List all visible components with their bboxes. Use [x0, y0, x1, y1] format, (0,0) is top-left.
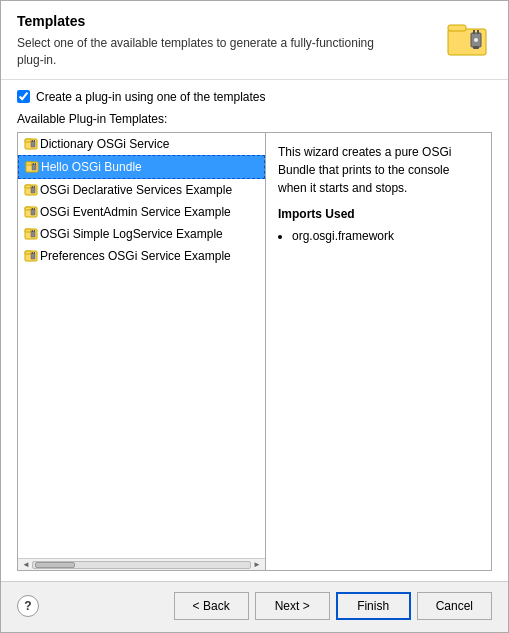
template-item[interactable]: OSGi EventAdmin Service Example — [18, 201, 265, 223]
template-icon — [24, 226, 40, 242]
footer-left: ? — [17, 595, 39, 617]
svg-rect-11 — [34, 140, 35, 142]
footer-buttons: < Back Next > Finish Cancel — [174, 592, 492, 620]
template-label: OSGi Simple LogService Example — [40, 227, 223, 241]
import-item: org.osgi.framework — [292, 227, 479, 245]
template-label: Hello OSGi Bundle — [41, 160, 142, 174]
template-icon — [24, 136, 40, 152]
template-item[interactable]: Preferences OSGi Service Example — [18, 245, 265, 267]
template-icon — [24, 204, 40, 220]
body: Create a plug-in using one of the templa… — [1, 80, 508, 581]
svg-rect-18 — [25, 185, 31, 188]
svg-rect-28 — [25, 229, 31, 232]
checkbox-label[interactable]: Create a plug-in using one of the templa… — [36, 90, 265, 104]
template-item[interactable]: Hello OSGi Bundle — [18, 155, 265, 179]
imports-list: org.osgi.framework — [292, 227, 479, 245]
template-icon — [24, 182, 40, 198]
svg-rect-4 — [477, 30, 479, 34]
template-list-container: Dictionary OSGi Service Hello OSGi Bundl… — [18, 133, 266, 570]
svg-rect-16 — [35, 163, 36, 165]
svg-rect-33 — [25, 251, 31, 254]
scroll-left-arrow[interactable]: ◄ — [20, 560, 32, 569]
finish-button[interactable]: Finish — [336, 592, 411, 620]
svg-rect-36 — [34, 252, 35, 254]
help-button[interactable]: ? — [17, 595, 39, 617]
template-label: Dictionary OSGi Service — [40, 137, 169, 151]
svg-rect-13 — [26, 162, 32, 165]
available-label: Available Plug-in Templates: — [17, 112, 492, 126]
dialog-description: Select one of the available templates to… — [17, 35, 397, 69]
lists-area: Dictionary OSGi Service Hello OSGi Bundl… — [17, 132, 492, 571]
svg-rect-20 — [32, 186, 33, 188]
svg-rect-8 — [25, 139, 31, 142]
next-button[interactable]: Next > — [255, 592, 330, 620]
dialog: Templates Select one of the available te… — [0, 0, 509, 633]
template-icon — [24, 248, 40, 264]
svg-rect-30 — [32, 230, 33, 232]
template-item[interactable]: OSGi Declarative Services Example — [18, 179, 265, 201]
template-label: Preferences OSGi Service Example — [40, 249, 231, 263]
scrollbar-thumb[interactable] — [35, 562, 75, 568]
svg-rect-25 — [32, 208, 33, 210]
svg-rect-3 — [473, 30, 475, 34]
svg-rect-26 — [34, 208, 35, 210]
template-list[interactable]: Dictionary OSGi Service Hello OSGi Bundl… — [18, 133, 265, 558]
dialog-title: Templates — [17, 13, 434, 29]
svg-rect-10 — [32, 140, 33, 142]
svg-rect-5 — [473, 46, 479, 49]
scrollbar: ◄ ► — [18, 558, 265, 570]
scroll-right-arrow[interactable]: ► — [251, 560, 263, 569]
create-plugin-checkbox[interactable] — [17, 90, 30, 103]
template-label: OSGi EventAdmin Service Example — [40, 205, 231, 219]
template-item[interactable]: OSGi Simple LogService Example — [18, 223, 265, 245]
template-label: OSGi Declarative Services Example — [40, 183, 232, 197]
svg-rect-31 — [34, 230, 35, 232]
scrollbar-track — [32, 561, 251, 569]
checkbox-row: Create a plug-in using one of the templa… — [17, 90, 492, 104]
cancel-button[interactable]: Cancel — [417, 592, 492, 620]
imports-label: Imports Used — [278, 205, 479, 223]
svg-point-6 — [474, 38, 478, 42]
template-icon — [25, 159, 41, 175]
svg-rect-15 — [33, 163, 34, 165]
footer: ? < Back Next > Finish Cancel — [1, 581, 508, 632]
description-panel: This wizard creates a pure OSGi Bundle t… — [266, 133, 491, 570]
header-text: Templates Select one of the available te… — [17, 13, 434, 69]
svg-rect-35 — [32, 252, 33, 254]
description-text: This wizard creates a pure OSGi Bundle t… — [278, 145, 451, 195]
header-icon — [444, 13, 492, 61]
svg-rect-1 — [448, 25, 466, 31]
template-item[interactable]: Dictionary OSGi Service — [18, 133, 265, 155]
svg-rect-21 — [34, 186, 35, 188]
svg-rect-23 — [25, 207, 31, 210]
header: Templates Select one of the available te… — [1, 1, 508, 80]
back-button[interactable]: < Back — [174, 592, 249, 620]
